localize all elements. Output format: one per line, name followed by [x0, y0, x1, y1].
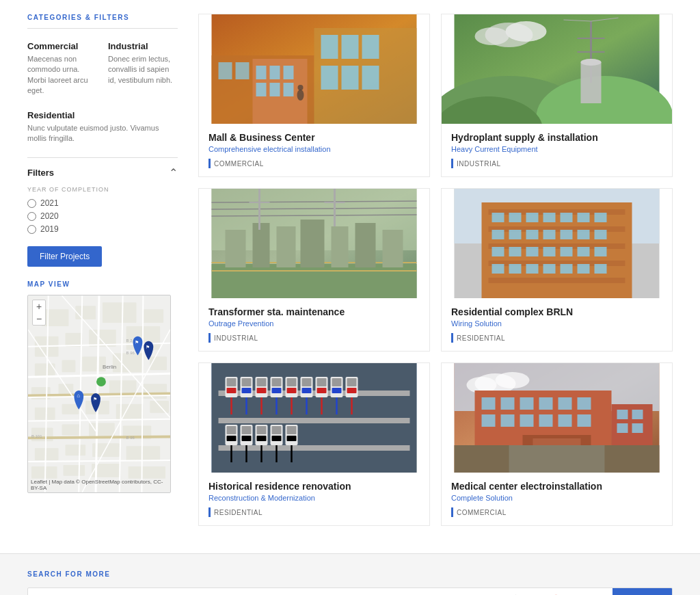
filter-year-2019[interactable]: 2019	[27, 224, 178, 234]
svg-rect-27	[35, 449, 59, 461]
svg-rect-6	[65, 333, 82, 347]
project-card-hydroplant[interactable]: Hydroplant supply & installation Heavy C…	[441, 14, 673, 177]
svg-rect-2	[75, 306, 96, 320]
project-category-label-residential-complex: RESIDENTIAL	[457, 334, 505, 342]
project-category-medical: COMMERCIAL	[451, 507, 662, 517]
project-category-label-transformer: INDUSTRIAL	[214, 334, 258, 342]
svg-rect-106	[383, 230, 403, 267]
svg-rect-125	[543, 213, 556, 222]
svg-point-214	[496, 372, 530, 388]
project-info-transformer: Transformer sta. maintenance Outrage Pre…	[199, 298, 429, 351]
svg-rect-97	[212, 264, 417, 298]
category-bar-medical	[451, 507, 453, 517]
project-category-label-historical: RESIDENTIAL	[214, 509, 262, 516]
svg-rect-169	[287, 388, 297, 393]
svg-rect-166	[272, 388, 282, 393]
svg-rect-178	[332, 388, 342, 393]
category-industrial[interactable]: Industrial Donec erim lectus, convallis …	[108, 41, 178, 96]
svg-rect-139	[543, 247, 556, 256]
svg-rect-123	[509, 213, 522, 222]
svg-rect-221	[539, 397, 553, 410]
svg-rect-204	[287, 426, 297, 434]
project-category-hydroplant: INDUSTRIAL	[451, 159, 662, 168]
svg-point-79	[297, 90, 304, 101]
svg-rect-101	[253, 223, 270, 267]
svg-rect-231	[533, 438, 581, 445]
svg-rect-70	[270, 83, 280, 96]
svg-rect-68	[284, 66, 294, 79]
map-zoom-in-button[interactable]: +	[33, 300, 45, 313]
filter-year-2020-radio[interactable]	[27, 212, 36, 221]
svg-rect-130	[509, 230, 522, 239]
svg-rect-19	[62, 404, 79, 414]
project-card-historical[interactable]: Historical residence renovation Reconstr…	[198, 362, 430, 526]
svg-rect-129	[492, 230, 504, 239]
svg-rect-141	[578, 247, 590, 256]
map-container[interactable]: Berlin B 2 B 101 B 96 B 96 Schönfeld ⌂	[27, 295, 171, 493]
svg-rect-67	[270, 66, 280, 79]
category-commercial[interactable]: Commercial Maecenas non commodo urna. Mo…	[27, 41, 97, 96]
svg-text:B 101: B 101	[31, 435, 42, 439]
project-card-medical[interactable]: Medical center electroinstallation Compl…	[441, 362, 673, 526]
svg-rect-131	[526, 230, 539, 239]
category-residential[interactable]: Residential Nunc vulputate euismod justo…	[27, 110, 178, 144]
svg-rect-172	[302, 388, 312, 393]
project-img-hydroplant	[442, 14, 672, 124]
svg-point-80	[298, 85, 304, 90]
category-bar-mall	[208, 159, 211, 168]
svg-rect-149	[595, 264, 607, 274]
categories-label: CATEGORIES & FILTERS	[27, 14, 178, 21]
svg-rect-145	[526, 264, 539, 274]
filter-year-2021-label: 2021	[40, 198, 59, 208]
project-title-historical: Historical residence renovation	[208, 481, 420, 492]
svg-rect-73	[321, 35, 338, 59]
project-title-mall: Mall & Business Center	[208, 132, 420, 143]
filters-header: Filters ⌃	[27, 157, 178, 179]
search-footer-label: SEARCH FOR MORE	[27, 570, 673, 578]
svg-point-56	[96, 378, 106, 387]
filter-year-2021[interactable]: 2021	[27, 198, 178, 208]
projects-grid: Mall & Business Center Comprehensive ele…	[198, 14, 673, 526]
svg-rect-137	[509, 247, 522, 256]
filter-year-2020[interactable]: 2020	[27, 211, 178, 221]
svg-rect-142	[595, 247, 607, 256]
svg-rect-233	[617, 410, 628, 419]
search-input[interactable]	[52, 588, 509, 595]
category-grid: Commercial Maecenas non commodo urna. Mo…	[27, 41, 178, 96]
category-industrial-desc: Donec erim lectus, convallis id sapien i…	[108, 54, 178, 85]
svg-text:⚑: ⚑	[93, 397, 97, 401]
svg-rect-205	[287, 436, 297, 441]
project-card-residential-complex[interactable]: Residential complex BRLN Wiring Solution…	[441, 188, 673, 352]
svg-rect-122	[492, 213, 504, 222]
search-footer: SEARCH FOR MORE 🔍 📁 📍 ⚙ ▦ Search	[0, 553, 700, 595]
map-zoom-out-button[interactable]: −	[33, 313, 45, 325]
category-commercial-desc: Maecenas non commodo urna. Morbi laoreet…	[27, 54, 97, 96]
project-category-label-mall: COMMERCIAL	[214, 160, 264, 168]
project-category-label-medical: COMMERCIAL	[457, 509, 507, 516]
filters-toggle-icon[interactable]: ⌃	[169, 166, 178, 179]
svg-text:⌂: ⌂	[77, 393, 80, 399]
filter-year-2021-radio[interactable]	[27, 199, 36, 208]
svg-rect-198	[257, 426, 267, 434]
svg-rect-24	[62, 425, 81, 436]
svg-rect-225	[501, 414, 515, 427]
project-card-mall[interactable]: Mall & Business Center Comprehensive ele…	[198, 14, 430, 177]
svg-rect-192	[227, 426, 237, 434]
category-bar-residential-complex	[451, 333, 453, 343]
svg-rect-218	[482, 397, 496, 410]
svg-rect-224	[482, 414, 496, 427]
svg-rect-148	[578, 264, 590, 274]
project-card-transformer[interactable]: Transformer sta. maintenance Outrage Pre…	[198, 188, 430, 352]
filter-year-2019-radio[interactable]	[27, 225, 36, 234]
map-zoom-controls: + −	[32, 300, 46, 326]
svg-text:B 2: B 2	[126, 339, 133, 343]
category-industrial-title: Industrial	[108, 41, 178, 51]
search-button[interactable]: Search	[612, 588, 672, 595]
svg-text:⚑: ⚑	[135, 340, 139, 345]
svg-rect-124	[526, 213, 539, 222]
svg-rect-181	[347, 388, 357, 393]
svg-text:Berlin: Berlin	[103, 365, 116, 371]
project-img-transformer	[199, 189, 429, 298]
filter-projects-button[interactable]: Filter Projects	[27, 246, 102, 267]
svg-rect-227	[539, 414, 553, 427]
